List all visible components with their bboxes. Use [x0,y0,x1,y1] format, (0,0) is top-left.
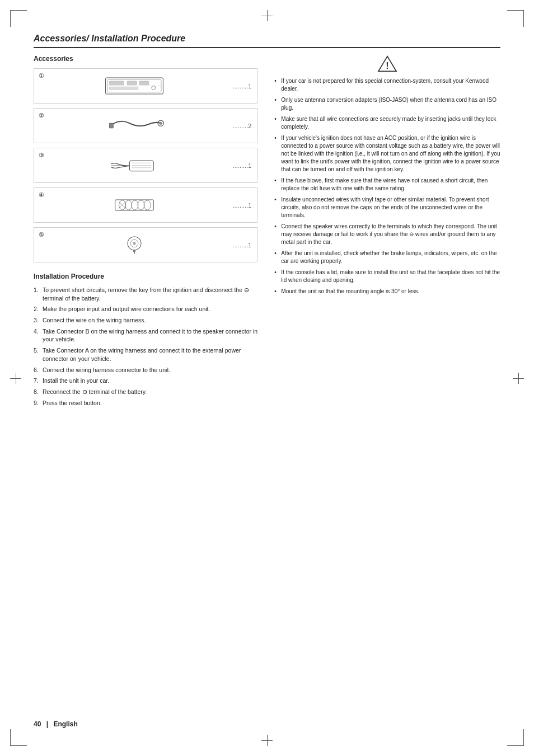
accessory-image-svg-3 [101,153,168,178]
warning-icon-container: ! [274,55,500,73]
crop-mark-br [507,729,524,746]
crosshair-left [10,373,21,384]
warning-item-4: If your vehicle's ignition does not have… [274,134,500,173]
warning-item-6: Insulate unconnected wires with vinyl ta… [274,196,500,219]
install-step-4: Take Connector B on the wiring harness a… [34,327,257,344]
svg-rect-11 [130,161,154,171]
crosshair-top [261,10,273,21]
accessory-item-4: ④ [34,187,257,223]
page-footer: 40 | English [34,720,78,728]
accessory-image-svg-1 [101,73,168,98]
left-column: Accessories ① [34,55,257,410]
svg-rect-4 [127,81,137,85]
install-step-5: Take Connector A on the wiring harness a… [34,346,257,363]
page-title: Accessories/ Installation Procedure [34,34,500,48]
warning-item-5: If the fuse blows, first make sure that … [274,177,500,192]
item-count-3: .........1 [218,162,251,169]
svg-point-20 [144,200,151,210]
svg-point-25 [133,242,136,245]
warning-triangle-icon: ! [377,55,397,73]
content-columns: Accessories ① [34,55,500,410]
install-step-6: Connect the wiring harness connector to … [34,366,257,374]
item-number-4: ④ [39,191,44,199]
svg-point-7 [152,86,156,90]
page-number: 40 [34,720,41,728]
svg-point-18 [132,200,138,210]
language-label: English [53,720,77,728]
right-column: ! If your car is not prepared for this s… [274,55,500,410]
svg-rect-10 [110,123,114,128]
warning-item-3: Make sure that all wire connections are … [274,115,500,131]
warnings-list: If your car is not prepared for this spe… [274,77,500,295]
item-image-2 [40,113,218,138]
warning-item-8: After the unit is installed, check wheth… [274,250,500,265]
crosshair-bottom [261,735,273,746]
item-count-1: .........1 [218,83,251,90]
crop-mark-tr [507,10,524,27]
svg-rect-6 [110,87,138,90]
item-image-5 [40,232,218,257]
install-step-9: Press the reset button. [34,399,257,407]
crop-mark-bl [10,729,27,746]
footer-separator: | [44,720,50,728]
installation-section: Installation Procedure To prevent short … [34,273,257,407]
accessory-item-1: ① ..... [34,68,257,104]
accessory-image-svg-2 [101,113,168,138]
item-count-5: .........1 [218,242,251,248]
crop-mark-tl [10,10,27,27]
item-number-1: ① [39,72,44,79]
warning-item-1: If your car is not prepared for this spe… [274,77,500,93]
item-image-4 [40,192,218,218]
svg-point-19 [138,200,144,210]
svg-point-9 [160,122,162,125]
svg-point-17 [125,200,132,210]
item-image-3 [40,153,218,178]
svg-rect-3 [110,81,124,85]
accessory-item-2: ② .........2 [34,108,257,143]
accessory-image-svg-4 [101,192,168,218]
item-number-3: ③ [39,152,44,159]
installation-title: Installation Procedure [34,273,257,280]
item-image-1 [40,73,218,98]
install-step-7: Install the unit in your car. [34,377,257,385]
crosshair-right [513,373,524,384]
item-number-2: ② [39,112,44,119]
install-step-8: Reconnect the ⊖ terminal of the battery. [34,388,257,396]
warning-item-7: Connect the speaker wires correctly to t… [274,223,500,246]
installation-list: To prevent short circuits, remove the ke… [34,286,257,407]
item-count-4: .........1 [218,202,251,209]
svg-rect-15 [115,200,154,210]
warning-item-2: Only use antenna conversion adapters (IS… [274,96,500,112]
svg-rect-5 [139,81,149,85]
warning-item-9: If the console has a lid, make sure to i… [274,269,500,284]
install-step-2: Make the proper input and output wire co… [34,305,257,313]
item-count-2: .........2 [218,123,251,129]
svg-text:!: ! [386,61,388,71]
install-step-1: To prevent short circuits, remove the ke… [34,286,257,302]
accessory-image-svg-5 [101,232,168,257]
install-step-3: Connect the wire on the wiring harness. [34,316,257,325]
accessories-section: Accessories ① [34,55,257,262]
item-number-5: ⑤ [39,231,44,238]
accessory-item-3: ③ .........1 [34,148,257,183]
page: Accessories/ Installation Procedure Acce… [0,0,534,756]
accessories-title: Accessories [34,55,257,63]
warning-item-10: Mount the unit so that the mounting angl… [274,288,500,295]
accessory-item-5: ⑤ .........1 [34,227,257,262]
